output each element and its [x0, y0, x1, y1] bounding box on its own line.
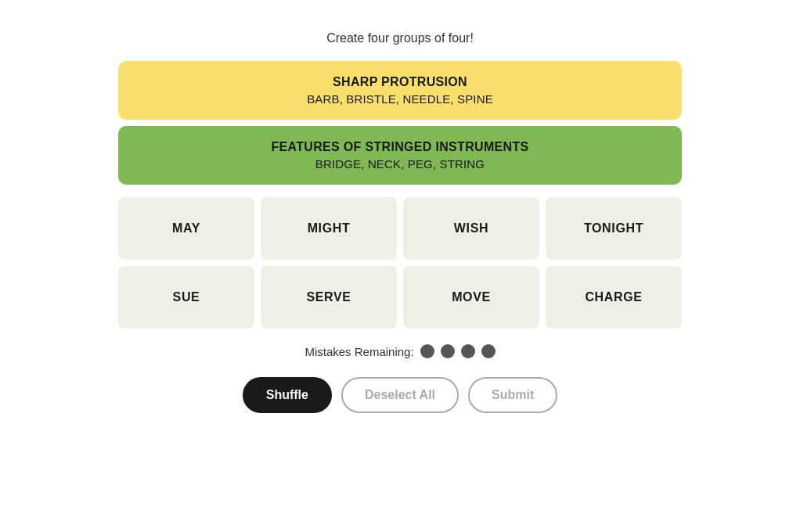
solved-group-yellow-words: BARB, BRISTLE, NEEDLE, SPINE — [134, 92, 666, 106]
tile-sue[interactable]: SUE — [118, 266, 254, 329]
shuffle-button[interactable]: Shuffle — [243, 377, 332, 413]
mistake-dot-3 — [461, 344, 475, 358]
mistakes-area: Mistakes Remaining: — [305, 344, 495, 358]
solved-group-green-words: BRIDGE, NECK, PEG, STRING — [134, 157, 666, 171]
tile-serve[interactable]: SERVE — [261, 266, 397, 329]
deselect-all-button[interactable]: Deselect All — [341, 377, 459, 413]
tile-tonight[interactable]: TONIGHT — [546, 197, 682, 260]
grid-row-1: MAY MIGHT WISH TONIGHT — [118, 197, 682, 260]
mistakes-label: Mistakes Remaining: — [305, 345, 413, 358]
mistake-dot-4 — [481, 344, 495, 358]
tile-may[interactable]: MAY — [118, 197, 254, 260]
submit-button[interactable]: Submit — [468, 377, 557, 413]
solved-groups-area: SHARP PROTRUSION BARB, BRISTLE, NEEDLE, … — [118, 61, 682, 185]
tile-move[interactable]: MOVE — [403, 266, 539, 329]
mistake-dot-2 — [441, 344, 455, 358]
mistake-dot-1 — [420, 344, 434, 358]
tile-wish[interactable]: WISH — [403, 197, 539, 260]
solved-group-green-title: FEATURES OF STRINGED INSTRUMENTS — [134, 140, 666, 154]
solved-group-yellow: SHARP PROTRUSION BARB, BRISTLE, NEEDLE, … — [118, 61, 682, 120]
action-buttons: Shuffle Deselect All Submit — [243, 377, 558, 413]
subtitle: Create four groups of four! — [326, 31, 474, 45]
tile-charge[interactable]: CHARGE — [546, 266, 682, 329]
solved-group-yellow-title: SHARP PROTRUSION — [134, 75, 666, 89]
word-grid: MAY MIGHT WISH TONIGHT SUE SERVE MOVE CH… — [118, 197, 682, 329]
solved-group-green: FEATURES OF STRINGED INSTRUMENTS BRIDGE,… — [118, 126, 682, 185]
tile-might[interactable]: MIGHT — [261, 197, 397, 260]
grid-row-2: SUE SERVE MOVE CHARGE — [118, 266, 682, 329]
game-container: Create four groups of four! SHARP PROTRU… — [118, 31, 682, 413]
